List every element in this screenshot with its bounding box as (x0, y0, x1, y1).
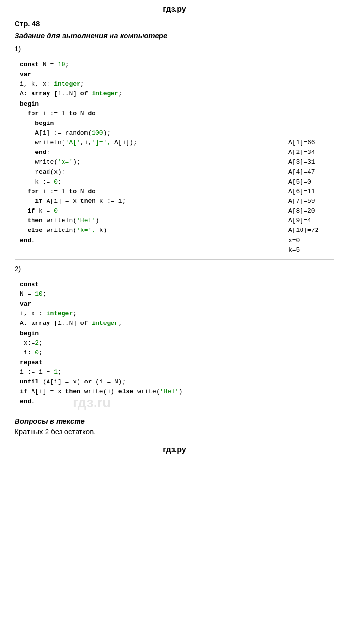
code-line: x:=2; (20, 338, 329, 348)
code-line: if A[i] = x then k := i; (20, 197, 286, 206)
code-line: writeln('A[',i,']=', A[i]); (20, 138, 286, 148)
output-line: A[8]=20 (288, 206, 329, 216)
output-spacer (288, 79, 329, 89)
output-line: A[6]=11 (288, 187, 329, 197)
output-line: A[5]=0 (288, 177, 329, 187)
output-spacer (288, 89, 329, 99)
output-line: A[3]=31 (288, 157, 329, 167)
code-line: i:=0; (20, 348, 329, 358)
code-line: N = 10; (20, 290, 329, 299)
task2-number: 2) (15, 264, 334, 273)
code-line: var (20, 299, 329, 309)
task1-code-block: const N = 10;vari, k, x: integer;A: arra… (15, 56, 334, 260)
code-line: begin (20, 329, 329, 338)
code-line: else writeln('k=', k) (20, 226, 286, 235)
output-line: A[1]=66 (288, 138, 329, 148)
code-line: write('x='); (20, 157, 286, 167)
output-line: A[7]=59 (288, 197, 329, 206)
code-line: read(x); (20, 168, 286, 177)
code-line: if A[i] = x then write(i) else write('Не… (20, 387, 329, 397)
code-line: end. (20, 236, 286, 245)
code-line: var (20, 70, 286, 79)
output-line: k=5 (288, 245, 329, 255)
output-line: A[9]=4 (288, 216, 329, 226)
site-header: гдз.ру (15, 5, 334, 14)
code-line: i := i + 1; (20, 368, 329, 377)
code-line: until (A[i] = x) or (i = N); (20, 377, 329, 387)
output-spacer (288, 60, 329, 70)
code-line: end. (20, 397, 329, 407)
output-spacer (288, 109, 329, 119)
task1-code-output: A[1]=66A[2]=34A[3]=31A[4]=47A[5]=0A[6]=1… (286, 60, 329, 255)
code-line: A: array [1..N] of integer; (20, 89, 286, 99)
page-number: Стр. 48 (15, 19, 334, 28)
code-line: then writeln('НеТ') (20, 216, 286, 226)
output-spacer (288, 99, 329, 109)
section-title: Задание для выполнения на компьютере (15, 31, 334, 40)
code-line: if k = 0 (20, 206, 286, 216)
code-line: i, k, x: integer; (20, 79, 286, 89)
questions-text: Кратных 2 без остатков. (15, 428, 334, 436)
code-line: end; (20, 148, 286, 157)
code-line: k := 0; (20, 177, 286, 187)
output-line: x=0 (288, 236, 329, 245)
code-line: const N = 10; (20, 60, 286, 70)
code-line: begin (20, 119, 286, 128)
output-line: A[10]=72 (288, 226, 329, 235)
code-line: A[i] := random(100); (20, 128, 286, 138)
output-line: A[2]=34 (288, 148, 329, 157)
output-spacer (288, 128, 329, 138)
output-spacer (288, 119, 329, 128)
code-line: i, x : integer; (20, 309, 329, 319)
code-line: A: array [1..N] of integer; (20, 319, 329, 328)
questions-title: Вопросы в тексте (15, 417, 334, 425)
code-line: begin (20, 99, 286, 109)
task2-code-block: constN = 10;vari, x : integer;A: array [… (15, 276, 334, 411)
code-line: repeat (20, 358, 329, 368)
task1-code-main: const N = 10;vari, k, x: integer;A: arra… (20, 60, 286, 255)
output-spacer (288, 70, 329, 79)
footer-site: гдз.ру (15, 445, 334, 454)
task1-number: 1) (15, 45, 334, 53)
code-line: const (20, 280, 329, 290)
output-line: A[4]=47 (288, 168, 329, 177)
code-line: for i := 1 to N do (20, 187, 286, 197)
code-line: for i := 1 to N do (20, 109, 286, 119)
